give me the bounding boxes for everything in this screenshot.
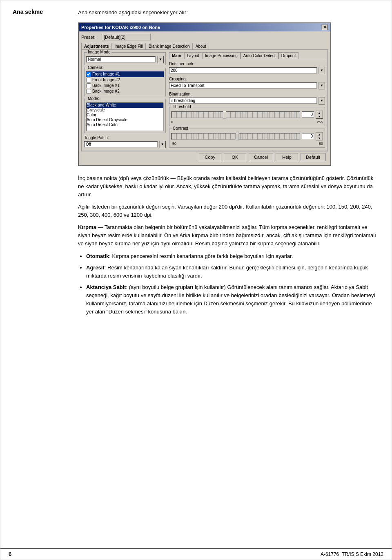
contrast-labels: -50 50 [171, 142, 323, 146]
preset-row: Preset: [Default][2] [81, 34, 328, 40]
cropping-section: Cropping: Fixed To Transport ▼ [169, 77, 325, 89]
subtab-dropout[interactable]: Dropout [278, 52, 299, 59]
threshold-spin[interactable]: ▲ ▼ [316, 111, 323, 119]
image-mode-dropdown-row: Normal ▼ [86, 56, 164, 63]
threshold-group: Threshold [169, 107, 325, 126]
image-mode-arrow[interactable]: ▼ [157, 56, 164, 63]
dpi-field[interactable]: 200 [169, 67, 317, 73]
dialog-tabs-row: Adjustments Image Edge Fill Blank Image … [81, 43, 328, 49]
camera-label-back2: Back Image #2 [92, 89, 120, 93]
para3: Kırpma — Taranmakta olan belgenin bir bö… [78, 223, 379, 248]
camera-item-back1[interactable]: Back Image #1 [86, 83, 164, 89]
threshold-content: 0 ▲ ▼ 0 [171, 111, 323, 124]
body-text: İnç başına nokta (dpi) veya çözünürlük —… [78, 174, 379, 316]
toggle-field[interactable]: Off [84, 141, 158, 147]
footer-doc-ref: A-61776_TR/ISIS Ekim 2012 [321, 551, 383, 557]
cropping-dropdown-arrow[interactable]: ▼ [318, 82, 325, 89]
subtab-main[interactable]: Main [169, 52, 184, 59]
cropping-field[interactable]: Fixed To Transport [169, 82, 317, 89]
threshold-value[interactable]: 0 [302, 111, 314, 118]
bullet-agresif-text: : Resim kenarlarında kalan siyah kenarlı… [86, 264, 368, 279]
camera-item-back2[interactable]: Back Image #2 [86, 89, 164, 94]
bullet-aktariciya-sabit: Aktarıcıya Sabit: (aynı boyutlu belge gr… [86, 283, 379, 316]
subtab-layout[interactable]: Layout [184, 52, 202, 59]
camera-check-front2[interactable] [86, 78, 91, 82]
toggle-label: Toggle Patch: [84, 136, 166, 140]
contrast-group: Contrast [169, 129, 325, 148]
contrast-slider-thumb[interactable] [236, 133, 239, 140]
binarization-dropdown-arrow[interactable]: ▼ [318, 97, 325, 104]
bullet-aktariciya-sabit-head: Aktarıcıya Sabit [86, 284, 126, 290]
contrast-spin-up[interactable]: ▲ [316, 133, 323, 136]
contrast-spin[interactable]: ▲ ▼ [316, 132, 323, 140]
dialog-title: Properties for KODAK i2900 on None [81, 25, 160, 30]
binarization-section: Binarization: iThresholding ▼ [169, 92, 325, 104]
bullet-list: Otomatik: Kırpma penceresini resmin kena… [86, 252, 379, 316]
camera-check-front1[interactable] [86, 72, 91, 77]
binarization-field[interactable]: iThresholding [169, 98, 317, 104]
threshold-slider-thumb[interactable] [223, 111, 226, 119]
cancel-button[interactable]: Cancel [249, 153, 273, 161]
contrast-slider-track[interactable] [171, 133, 300, 140]
copy-button[interactable]: Copy [199, 153, 221, 161]
contrast-min-label: -50 [171, 142, 176, 146]
bullet-otomatik-head: Otomatik [86, 253, 109, 259]
dialog-titlebar: Properties for KODAK i2900 on None ✕ [79, 23, 330, 31]
preset-dropdown[interactable]: [Default][2] [102, 34, 151, 40]
sub-tabs: Main Layout Image Processing Auto Color … [169, 52, 325, 59]
dpi-dropdown-arrow[interactable]: ▼ [318, 67, 325, 74]
dialog-main-area: Image Mode Normal ▼ Camera [81, 49, 328, 151]
mode-label: Mode: [87, 96, 100, 101]
dialog-close-button[interactable]: ✕ [321, 24, 328, 30]
help-button[interactable]: Help [276, 153, 298, 161]
subtab-image-processing[interactable]: Image Processing [202, 52, 241, 59]
toggle-patch-section: Toggle Patch: Off ▼ [84, 136, 166, 148]
image-mode-content: Normal ▼ [86, 56, 164, 63]
dpi-section: Dots per inch: 200 ▼ [169, 62, 325, 74]
bullet-agresif: Agresif: Resim kenarlarında kalan siyah … [86, 264, 379, 280]
contrast-spin-down[interactable]: ▼ [316, 136, 323, 140]
properties-dialog: Properties for KODAK i2900 on None ✕ Pre… [78, 22, 331, 166]
dialog-buttons: Copy OK Cancel Help Default [81, 151, 328, 163]
bullet-otomatik-text: : Kırpma penceresini resmin kenarlarına … [109, 253, 293, 259]
toggle-arrow[interactable]: ▼ [159, 141, 166, 148]
contrast-slider-container: 0 ▲ ▼ -50 [171, 132, 323, 146]
para1: İnç başına nokta (dpi) veya çözünürlük —… [78, 174, 379, 199]
threshold-slider-row: 0 ▲ ▼ [171, 111, 323, 119]
toggle-dropdown-row: Off ▼ [84, 141, 166, 148]
dialog-left-panel: Image Mode Normal ▼ Camera [84, 52, 166, 148]
threshold-spin-down[interactable]: ▼ [316, 115, 323, 118]
camera-item-front1[interactable]: Front Image #1 [86, 71, 164, 77]
image-mode-label: Image Mode [87, 50, 111, 54]
tab-about[interactable]: About [193, 43, 209, 49]
tab-image-edge-fill[interactable]: Image Edge Fill [112, 43, 146, 49]
image-mode-field[interactable]: Normal [86, 56, 156, 62]
threshold-labels: 0 255 [171, 120, 323, 124]
tab-adjustments[interactable]: Adjustments [81, 43, 112, 49]
bullet-agresif-head: Agresif [86, 264, 105, 271]
tab-blank-image-detection[interactable]: Blank Image Detection [146, 43, 193, 49]
mode-select[interactable]: Black and White Grayscale Color Auto Det… [86, 102, 164, 131]
mode-content: Black and White Grayscale Color Auto Det… [86, 102, 164, 131]
para3-head: Kırpma [78, 224, 96, 230]
threshold-slider-track[interactable] [171, 111, 300, 118]
bullet-aktariciya-sabit-text: : (aynı boyutlu belge grupları için kull… [86, 284, 375, 315]
threshold-spin-up[interactable]: ▲ [316, 111, 323, 115]
footer-page-number: 6 [9, 551, 11, 557]
bullet-otomatik: Otomatik: Kırpma penceresini resmin kena… [86, 252, 379, 260]
camera-check-back2[interactable] [86, 89, 91, 94]
contrast-value[interactable]: 0 [302, 133, 314, 139]
camera-content: Front Image #1 Front Image #2 Back Image… [86, 71, 164, 94]
dpi-label: Dots per inch: [169, 62, 325, 66]
camera-label: Camera: [87, 65, 104, 70]
ok-button[interactable]: OK [224, 153, 246, 161]
threshold-title: Threshold [172, 104, 192, 109]
camera-label-back1: Back Image #1 [92, 83, 120, 88]
camera-check-back1[interactable] [86, 83, 91, 88]
subtab-auto-color-detect[interactable]: Auto Color Detect [241, 52, 278, 59]
contrast-title: Contrast [172, 126, 189, 131]
camera-item-front2[interactable]: Front Image #2 [86, 77, 164, 83]
default-button[interactable]: Default [301, 153, 325, 161]
contrast-slider-row: 0 ▲ ▼ [171, 132, 323, 140]
binarization-label: Binarization: [169, 92, 325, 96]
